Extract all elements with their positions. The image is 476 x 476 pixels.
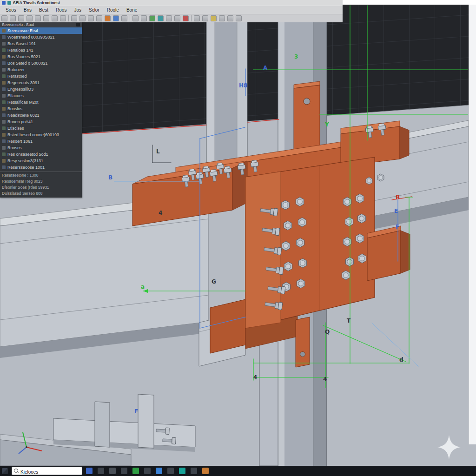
- panel-item[interactable]: Ronen poA41: [0, 119, 82, 125]
- panel-item[interactable]: Bonslus: [0, 106, 82, 112]
- toolbar-icon[interactable]: [227, 15, 233, 21]
- toolbar-icon[interactable]: [149, 15, 155, 21]
- panel-item[interactable]: Retsaificas M20t: [0, 99, 82, 106]
- taskbar-icon[interactable]: [86, 468, 93, 474]
- toolbar-icon[interactable]: [96, 15, 102, 21]
- toolbar-icon[interactable]: [43, 15, 49, 21]
- panel-item[interactable]: Seersmsoe Ersil: [0, 27, 82, 34]
- toolbar-icon[interactable]: [18, 15, 24, 21]
- toolbar-separator: [130, 15, 130, 21]
- title-bar: SEIA Theals Sntroctinest: [0, 0, 343, 6]
- panel-item[interactable]: Effacoes: [0, 93, 82, 99]
- taskbar-icon[interactable]: [144, 468, 151, 474]
- panel-item[interactable]: Res onsaseetod 5od1: [0, 151, 82, 158]
- item-icon: [2, 55, 6, 59]
- svg-text:4: 4: [253, 374, 257, 381]
- toolbar-icon[interactable]: [10, 15, 16, 21]
- start-button[interactable]: [2, 468, 8, 474]
- taskbar-icon[interactable]: [179, 468, 185, 474]
- toolbar-icon[interactable]: [26, 15, 33, 21]
- toolbar-icon[interactable]: [219, 15, 225, 21]
- panel-item[interactable]: EngresosillO3: [0, 86, 82, 93]
- toolbar-icon[interactable]: [166, 15, 172, 21]
- panel-item[interactable]: Resoert 1061: [0, 138, 82, 145]
- panel-footer-line: Resetseetone : 1308: [0, 172, 82, 178]
- panel-item[interactable]: Etlsclses: [0, 125, 82, 132]
- taskbar-icon[interactable]: [132, 468, 139, 474]
- panel-item[interactable]: Resy soslon3(3131: [0, 158, 82, 164]
- svg-text:E: E: [394, 208, 398, 214]
- taskbar-search[interactable]: [12, 467, 82, 475]
- toolbar-separator: [68, 15, 69, 21]
- svg-text:Q: Q: [325, 329, 330, 335]
- item-icon: [2, 74, 6, 78]
- toolbar-icon[interactable]: [174, 15, 180, 21]
- taskbar-icon[interactable]: [98, 468, 104, 474]
- panel-item[interactable]: Rotooeer: [0, 66, 82, 73]
- toolbar-icon[interactable]: [60, 15, 66, 21]
- toolbar-icon[interactable]: [132, 15, 139, 21]
- panel-item-label: Retsaificas M20t: [7, 100, 39, 105]
- item-icon: [2, 113, 6, 117]
- toolbar-icon[interactable]: [113, 15, 119, 21]
- toolbar-icon[interactable]: [141, 15, 147, 21]
- panel-item-label: Rotooeer: [7, 67, 25, 72]
- item-icon: [2, 152, 6, 156]
- menu-item[interactable]: Roos: [52, 7, 70, 13]
- menu-item[interactable]: Jos: [70, 7, 85, 13]
- menu-item[interactable]: Soos: [2, 7, 20, 13]
- panel-item[interactable]: Bos Sosed 191: [0, 40, 82, 47]
- panel-footer-line: Dulsslased Serseo 808: [0, 191, 82, 197]
- panel-item[interactable]: Rsted besnd ooone(600193: [0, 132, 82, 138]
- toolbar-icon[interactable]: [194, 15, 200, 21]
- panel-item[interactable]: Regereoots 3091: [0, 79, 82, 86]
- taskbar-icon[interactable]: [121, 468, 127, 474]
- panel-item[interactable]: Bos Seted o 5000021: [0, 60, 82, 66]
- panel-item[interactable]: Ros Vaoees 5021: [0, 53, 82, 60]
- menu-item[interactable]: Roole: [103, 7, 123, 13]
- toolbar-icon[interactable]: [236, 15, 242, 21]
- taskbar: [0, 466, 476, 476]
- taskbar-icon[interactable]: [109, 468, 116, 474]
- toolbar-icon[interactable]: [158, 15, 164, 21]
- panel-item-label: Ronen poA41: [7, 119, 33, 124]
- panel-item[interactable]: Renaloes 141: [0, 47, 82, 53]
- taskbar-icon[interactable]: [191, 468, 197, 474]
- panel-options-icon[interactable]: [76, 23, 80, 26]
- panel-title: Seersmselo . Soot: [2, 22, 34, 27]
- toolbar-icon[interactable]: [71, 15, 77, 21]
- menu-item[interactable]: Bns: [20, 7, 35, 13]
- menu-item[interactable]: Sclor: [85, 7, 103, 13]
- item-icon: [2, 35, 6, 39]
- panel-item[interactable]: Neadstoete 6021: [0, 112, 82, 119]
- panel-item[interactable]: Resersseoose 1001: [0, 164, 82, 171]
- item-icon: [2, 61, 6, 65]
- toolbar-icon[interactable]: [52, 15, 58, 21]
- toolbar-icon[interactable]: [1, 15, 7, 21]
- scrollbar[interactable]: [469, 5, 476, 444]
- toolbar-icon[interactable]: [183, 15, 189, 21]
- toolbar-icon[interactable]: [211, 15, 217, 21]
- panel-item-label: Bonslus: [7, 106, 22, 111]
- toolbar-icon[interactable]: [79, 15, 86, 21]
- taskbar-icon[interactable]: [167, 468, 174, 474]
- toolbar-icon[interactable]: [105, 15, 111, 21]
- taskbar-icon[interactable]: [202, 468, 209, 474]
- svg-text:d: d: [399, 357, 403, 363]
- toolbar-icon[interactable]: [121, 15, 127, 21]
- search-input[interactable]: [12, 469, 82, 476]
- item-icon: [2, 165, 6, 169]
- panel-item[interactable]: Rerastoed: [0, 73, 82, 79]
- toolbar-icon[interactable]: [35, 15, 41, 21]
- toolbar-icon[interactable]: [88, 15, 94, 21]
- toolbar-icon[interactable]: [202, 15, 208, 21]
- menu-item[interactable]: Best: [35, 7, 52, 13]
- svg-text:Y: Y: [324, 121, 329, 128]
- panel-item[interactable]: Woetrsneed 800J90S021: [0, 34, 82, 40]
- app-icon: [2, 1, 6, 5]
- panel-item[interactable]: Roosos: [0, 145, 82, 151]
- panel-item-label: Roosos: [7, 145, 22, 150]
- panel-item-label: Rsted besnd ooone(600193: [7, 132, 59, 137]
- taskbar-icon[interactable]: [156, 468, 162, 474]
- menu-item[interactable]: Bone: [123, 7, 141, 13]
